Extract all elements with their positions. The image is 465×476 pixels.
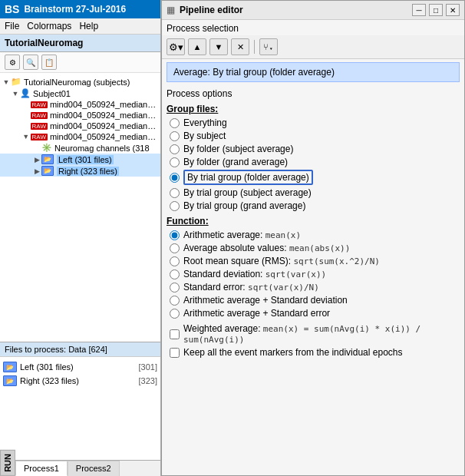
pipeline-toolbar: ⚙▾ ▲ ▼ ✕ ⑂▾	[162, 35, 464, 59]
func-arithmetic-avg[interactable]: Arithmetic average: mean(x)	[170, 230, 460, 240]
menu-help[interactable]: Help	[79, 21, 98, 31]
checkbox-keep-markers-input[interactable]	[170, 348, 180, 358]
tree-node-raw3[interactable]: RAW mind004_050924_median01_	[0, 121, 160, 131]
toolbar-down-button[interactable]: ▼	[209, 38, 228, 55]
radio-by-folder-grand-input[interactable]	[170, 157, 180, 167]
pipeline-editor: ▦ Pipeline editor ─ □ ✕ Process selectio…	[161, 0, 465, 476]
folder-left-icon: 📂	[41, 154, 54, 164]
tree-toolbar-btn-3[interactable]: 📋	[41, 55, 57, 70]
menu-colormaps[interactable]: Colormaps	[27, 21, 71, 31]
channels-label: Neuromag channels (318	[54, 144, 150, 153]
radio-by-folder-subject-label: By folder (subject average)	[183, 144, 293, 154]
toolbar-up-button[interactable]: ▲	[188, 38, 206, 55]
toolbar-delete-button[interactable]: ✕	[231, 38, 249, 55]
radio-by-trial-grand-input[interactable]	[170, 201, 180, 211]
radio-by-folder-grand-label: By folder (grand average)	[183, 157, 288, 167]
raw-badge: RAW	[31, 134, 48, 140]
app-header: BS Brainstorm 27-Jul-2016	[0, 0, 160, 18]
menu-bar: File Colormaps Help	[0, 18, 160, 35]
tree-node-channels[interactable]: ✳️ Neuromag channels (318	[0, 142, 160, 154]
func-rms-label: Root mean square (RMS): sqrt(sum(x.^2)/N…	[183, 256, 380, 266]
tree-node-raw4[interactable]: ▼ RAW mind004_050924_median01_	[0, 131, 160, 142]
toolbar-separator	[254, 40, 255, 54]
tree-toolbar-btn-2[interactable]: 🔍	[23, 55, 38, 70]
tab-process1[interactable]: Process1	[15, 461, 68, 476]
radio-by-trial-folder-input[interactable]	[170, 173, 180, 183]
window-icon: ▦	[167, 5, 175, 15]
func-avg-std-err[interactable]: Arithmetic average + Standard error	[170, 308, 460, 319]
func-avg-std-dev[interactable]: Arithmetic average + Standard deviation	[170, 295, 460, 306]
tabs-bar: Process1 Process2	[15, 460, 160, 476]
toolbar-gear-button[interactable]: ⚙▾	[167, 38, 185, 55]
raw3-label: mind004_050924_median01_	[50, 121, 160, 131]
radio-by-folder-subject[interactable]: By folder (subject average)	[170, 144, 460, 154]
window-titlebar: ▦ Pipeline editor ─ □ ✕	[162, 1, 464, 20]
left-files-label: Left (301 files)	[57, 155, 114, 164]
func-std-err[interactable]: Standard error: sqrt(var(x)/N)	[170, 282, 460, 293]
func-avg-abs-input[interactable]	[170, 243, 180, 253]
app-title: Brainstorm 27-Jul-2016	[24, 4, 126, 15]
file-icon-right: 📂	[3, 375, 17, 386]
radio-by-subject-input[interactable]	[170, 131, 180, 141]
checkbox-keep-markers[interactable]: Keep all the event markers from the indi…	[170, 347, 460, 358]
func-arithmetic-avg-label: Arithmetic average: mean(x)	[183, 230, 301, 240]
radio-by-trial-subject-input[interactable]	[170, 188, 180, 198]
func-avg-abs[interactable]: Average absolute values: mean(abs(x))	[170, 243, 460, 253]
raw1-label: mind004_050924_median01_	[50, 100, 160, 109]
checkbox-weighted-avg-label: Weighted average: mean(x) = sum(nAvg(i) …	[183, 323, 460, 345]
tree-header: TutorialNeuromag	[0, 35, 160, 52]
radio-by-trial-grand[interactable]: By trial group (grand average)	[170, 200, 460, 211]
subjects-label: TutorialNeuromag (subjects)	[24, 78, 130, 87]
tree-node-raw2[interactable]: RAW mind004_050924_median01_	[0, 110, 160, 121]
raw2-label: mind004_050924_median01_	[50, 111, 160, 120]
func-rms[interactable]: Root mean square (RMS): sqrt(sum(x.^2)/N…	[170, 256, 460, 266]
func-avg-std-dev-input[interactable]	[170, 296, 180, 306]
files-list: 📂 Left (301 files) [301] 📂 Right (323 fi…	[0, 357, 160, 450]
expand-icon: ▼	[2, 78, 11, 86]
file-count-left: [301]	[139, 362, 157, 372]
close-button[interactable]: ✕	[446, 4, 460, 16]
tab-process2[interactable]: Process2	[68, 461, 120, 476]
minimize-button[interactable]: ─	[412, 4, 426, 16]
tree-node-subject01[interactable]: ▼ 👤 Subject01	[0, 88, 160, 99]
func-std-dev-input[interactable]	[170, 269, 180, 279]
tree-node-subjects[interactable]: ▼ 📁 TutorialNeuromag (subjects)	[0, 76, 160, 88]
tree-node-right[interactable]: ▶ 📂 Right (323 files)	[0, 165, 160, 177]
file-icon-left: 📂	[3, 362, 17, 372]
tree-node-left[interactable]: ▶ 📂 Left (301 files)	[0, 154, 160, 165]
run-button[interactable]: RUN	[0, 450, 15, 476]
func-std-err-input[interactable]	[170, 283, 180, 293]
radio-by-folder-grand[interactable]: By folder (grand average)	[170, 157, 460, 167]
selected-process[interactable]: Average: By trial group (folder average)	[167, 62, 460, 82]
tabs-spacer	[15, 450, 160, 460]
toolbar-branch-button[interactable]: ⑂▾	[259, 38, 278, 55]
radio-everything[interactable]: Everything	[170, 117, 460, 128]
maximize-button[interactable]: □	[429, 4, 443, 16]
radio-by-trial-folder-label: By trial group (folder average)	[183, 170, 313, 185]
expand-icon: ▼	[11, 90, 20, 98]
radio-by-trial-grand-label: By trial group (grand average)	[183, 200, 305, 211]
menu-file[interactable]: File	[5, 21, 19, 31]
tree-toolbar-btn-1[interactable]: ⚙	[5, 55, 20, 70]
radio-everything-input[interactable]	[170, 118, 180, 128]
radio-by-trial-folder[interactable]: By trial group (folder average)	[170, 170, 460, 185]
checkbox-weighted-avg-input[interactable]	[170, 329, 180, 339]
func-std-dev[interactable]: Standard deviation: sqrt(var(x))	[170, 269, 460, 279]
raw-badge: RAW	[31, 112, 48, 119]
tree-node-raw1[interactable]: RAW mind004_050924_median01_	[0, 99, 160, 110]
func-std-dev-label: Standard deviation: sqrt(var(x))	[183, 269, 326, 279]
raw-badge: RAW	[31, 123, 48, 130]
raw4-label: mind004_050924_median01_	[50, 132, 160, 141]
func-avg-std-err-input[interactable]	[170, 309, 180, 319]
folder-icon: 📁	[11, 77, 21, 87]
func-arithmetic-avg-input[interactable]	[170, 230, 180, 240]
radio-by-folder-subject-input[interactable]	[170, 144, 180, 154]
process-options-label: Process options	[162, 85, 464, 101]
radio-by-trial-subject[interactable]: By trial group (subject average)	[170, 187, 460, 198]
radio-by-subject[interactable]: By subject	[170, 131, 460, 141]
bottom-bar: RUN Process1 Process2	[0, 450, 160, 476]
func-rms-input[interactable]	[170, 256, 180, 266]
checkbox-weighted-avg[interactable]: Weighted average: mean(x) = sum(nAvg(i) …	[170, 323, 460, 345]
file-item-left: 📂 Left (301 files) [301]	[3, 360, 157, 374]
file-label-left: Left (301 files)	[20, 362, 74, 372]
